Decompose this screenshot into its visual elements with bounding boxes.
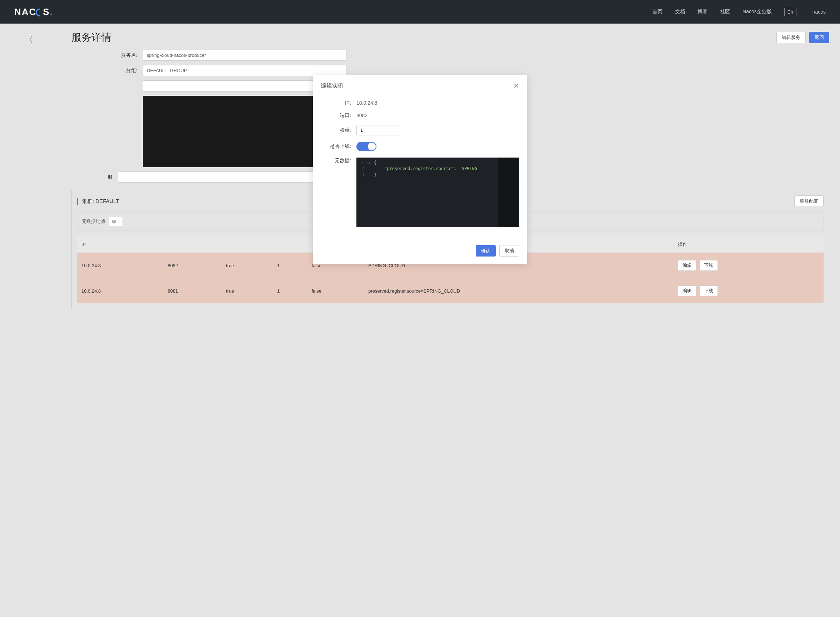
cancel-button[interactable]: 取消 bbox=[499, 245, 519, 257]
code-content: { "preserved.register.source": "SPRING } bbox=[371, 158, 480, 227]
modal-online-label: 是否上线: bbox=[321, 143, 357, 150]
fold-gutter: ⊟ bbox=[367, 158, 371, 227]
close-icon[interactable]: ✕ bbox=[513, 81, 519, 90]
modal-port-value: 8082 bbox=[357, 112, 367, 118]
metadata-code-editor[interactable]: 123 ⊟ { "preserved.register.source": "SP… bbox=[357, 158, 519, 227]
weight-input[interactable] bbox=[357, 125, 399, 136]
modal-ip-value: 10.0.24.8 bbox=[357, 100, 377, 106]
modal-overlay: 编辑实例 ✕ IP: 10.0.24.8 端口: 8082 权重: 是否上线: … bbox=[0, 0, 840, 617]
switch-knob bbox=[368, 143, 376, 151]
online-switch[interactable] bbox=[357, 142, 376, 151]
edit-instance-modal: 编辑实例 ✕ IP: 10.0.24.8 端口: 8082 权重: 是否上线: … bbox=[313, 75, 527, 264]
line-gutter: 123 bbox=[357, 158, 367, 227]
modal-ip-label: IP: bbox=[321, 100, 357, 106]
modal-metadata-label: 元数据: bbox=[321, 158, 357, 164]
modal-title: 编辑实例 bbox=[321, 82, 343, 90]
modal-port-label: 端口: bbox=[321, 112, 357, 119]
confirm-button[interactable]: 确认 bbox=[476, 245, 496, 257]
modal-weight-label: 权重: bbox=[321, 127, 357, 134]
